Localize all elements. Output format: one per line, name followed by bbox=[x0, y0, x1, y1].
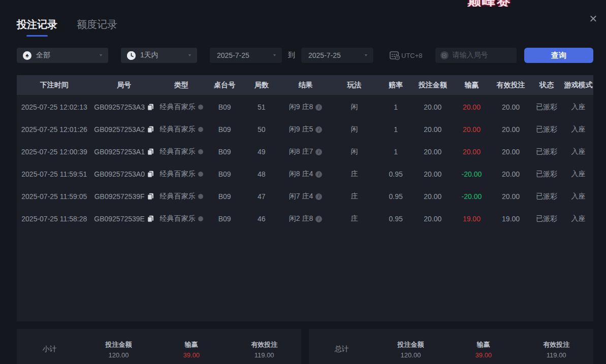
odds-cell: 1 bbox=[377, 125, 414, 134]
info-icon[interactable]: i bbox=[315, 104, 322, 111]
betting-records-modal: 巅峰赛 ✕ 投注记录 额度记录 ♠ 全部 ▼ 1天内 ▼ bbox=[0, 0, 606, 364]
round-no-cell: 51 bbox=[243, 103, 280, 111]
stat-value: 119.00 bbox=[520, 351, 593, 359]
odds-cell: 0.95 bbox=[377, 215, 414, 223]
game-mode-cell: 入座 bbox=[563, 103, 593, 112]
date-to-select[interactable]: 2025-7-25 ▼ bbox=[301, 48, 373, 63]
status-cell: 已派彩 bbox=[530, 192, 563, 201]
play-cell: 庄 bbox=[331, 214, 378, 223]
round-no-cell: 47 bbox=[243, 192, 280, 201]
chevron-down-icon: ▼ bbox=[99, 53, 103, 57]
game-type-value: 经典百家乐 bbox=[160, 192, 196, 201]
date-from-select[interactable]: 2025-7-25 ▼ bbox=[210, 48, 282, 63]
round-id-cell: GB092572539F bbox=[92, 192, 156, 201]
copy-icon[interactable] bbox=[147, 171, 154, 178]
game-type-value: 经典百家乐 bbox=[160, 103, 196, 112]
column-header: 投注金额 bbox=[414, 81, 452, 90]
game-type-cell: 经典百家乐 bbox=[156, 214, 207, 223]
copy-icon[interactable] bbox=[147, 193, 154, 200]
result-value: 闲2 庄8 bbox=[289, 214, 313, 223]
table-row: 2025-07-25 12:00:39GB09257253A1经典百家乐B094… bbox=[17, 141, 593, 163]
game-type-cell: 经典百家乐 bbox=[156, 125, 207, 134]
round-id-placeholder: 请输入局号 bbox=[453, 51, 488, 60]
info-icon[interactable]: i bbox=[315, 193, 322, 200]
total-label: 总计 bbox=[309, 345, 374, 354]
column-header: 局号 bbox=[92, 81, 156, 90]
round-id-value: GB09257253A3 bbox=[94, 103, 145, 111]
result-cell: 闲8 庄7i bbox=[280, 147, 331, 156]
round-id-cell: GB09257253A2 bbox=[92, 125, 156, 134]
table-row: 2025-07-25 12:02:13GB09257253A3经典百家乐B095… bbox=[17, 96, 593, 118]
valid-bet-cell: 20.00 bbox=[492, 148, 530, 156]
game-mode-cell: 入座 bbox=[563, 125, 593, 134]
total-panel: 总计投注金额120.00输赢39.00有效投注119.00 bbox=[309, 329, 593, 364]
game-type-value: 全部 bbox=[36, 51, 50, 60]
result-cell: 闲8 庄4i bbox=[280, 170, 331, 179]
odds-cell: 1 bbox=[377, 148, 414, 156]
status-cell: 已派彩 bbox=[530, 214, 563, 223]
info-icon[interactable]: i bbox=[315, 126, 322, 133]
table-no-cell: B09 bbox=[206, 103, 243, 111]
table-no-cell: B09 bbox=[206, 215, 243, 223]
play-cell: 庄 bbox=[331, 192, 378, 201]
copy-icon[interactable] bbox=[147, 126, 154, 133]
winloss-cell: -20.00 bbox=[452, 192, 492, 201]
copy-icon[interactable] bbox=[147, 215, 154, 222]
winloss-cell: 20.00 bbox=[452, 148, 492, 156]
stat-label: 有效投注 bbox=[228, 340, 301, 349]
status-cell: 已派彩 bbox=[530, 125, 563, 134]
clock-icon bbox=[127, 51, 136, 60]
status-cell: 已派彩 bbox=[530, 147, 563, 156]
chevron-down-icon: ▼ bbox=[364, 53, 368, 57]
bet-amount-cell: 20.00 bbox=[414, 125, 452, 134]
game-type-select[interactable]: ♠ 全部 ▼ bbox=[17, 48, 108, 63]
timezone-label: UTC+8 bbox=[401, 52, 423, 59]
tab-quota-records[interactable]: 额度记录 bbox=[77, 18, 117, 37]
play-cell: 闲 bbox=[331, 147, 378, 156]
winloss-cell: 19.00 bbox=[452, 215, 492, 223]
active-tab-underline bbox=[26, 35, 48, 37]
valid-bet-cell: 20.00 bbox=[492, 125, 530, 134]
round-id-input[interactable]: 请输入局号 bbox=[435, 48, 517, 63]
bets-table: 下注时间局号类型桌台号局数结果玩法赔率投注金额输赢有效投注状态游戏模式 2025… bbox=[17, 75, 593, 321]
info-icon[interactable]: i bbox=[315, 149, 322, 155]
round-id-value: GB09257253A2 bbox=[94, 125, 145, 134]
bet-amount-cell: 20.00 bbox=[414, 215, 452, 223]
total-stat: 投注金额120.00 bbox=[374, 340, 447, 359]
bet-time-cell: 2025-07-25 12:00:39 bbox=[17, 148, 92, 156]
subtotal-stat: 输赢39.00 bbox=[155, 340, 228, 359]
info-icon[interactable]: i bbox=[315, 171, 322, 178]
query-button[interactable]: 查询 bbox=[524, 48, 593, 63]
game-type-cell: 经典百家乐 bbox=[156, 192, 207, 201]
table-row: 2025-07-25 11:59:51GB09257253A0经典百家乐B094… bbox=[17, 163, 593, 185]
column-header: 赔率 bbox=[377, 81, 414, 90]
copy-icon[interactable] bbox=[147, 148, 154, 155]
timezone-indicator: UTC+8 bbox=[390, 51, 423, 60]
game-dot-icon bbox=[198, 149, 203, 154]
table-no-cell: B09 bbox=[206, 192, 243, 201]
bet-time-cell: 2025-07-25 11:59:05 bbox=[17, 192, 92, 201]
close-icon[interactable]: ✕ bbox=[588, 13, 599, 24]
tab-betting-records[interactable]: 投注记录 bbox=[17, 18, 57, 37]
bet-time-cell: 2025-07-25 11:58:28 bbox=[17, 215, 92, 223]
play-cell: 闲 bbox=[331, 125, 378, 134]
round-id-value: GB09257253A0 bbox=[94, 170, 145, 178]
copy-icon[interactable] bbox=[147, 104, 154, 111]
game-mode-cell: 入座 bbox=[563, 147, 593, 156]
game-type-value: 经典百家乐 bbox=[160, 214, 196, 223]
subtotal-panel: 小计投注金额120.00输赢39.00有效投注119.00 bbox=[17, 329, 301, 364]
brand-logo-text: 巅峰赛 bbox=[467, 0, 518, 7]
column-header: 桌台号 bbox=[206, 81, 243, 90]
bet-time-cell: 2025-07-25 12:01:26 bbox=[17, 125, 92, 134]
column-header: 类型 bbox=[156, 81, 207, 90]
stat-value: 120.00 bbox=[82, 351, 155, 359]
play-cell: 庄 bbox=[331, 170, 378, 179]
winloss-cell: 20.00 bbox=[452, 103, 492, 111]
date-from-value: 2025-7-25 bbox=[217, 51, 249, 59]
time-range-select[interactable]: 1天内 ▼ bbox=[121, 48, 197, 63]
subtotal-stat: 投注金额120.00 bbox=[82, 340, 155, 359]
total-stat: 输赢39.00 bbox=[447, 340, 520, 359]
round-id-cell: GB09257253A1 bbox=[92, 148, 156, 156]
bet-time-cell: 2025-07-25 11:59:51 bbox=[17, 170, 92, 178]
info-icon[interactable]: i bbox=[315, 216, 322, 222]
